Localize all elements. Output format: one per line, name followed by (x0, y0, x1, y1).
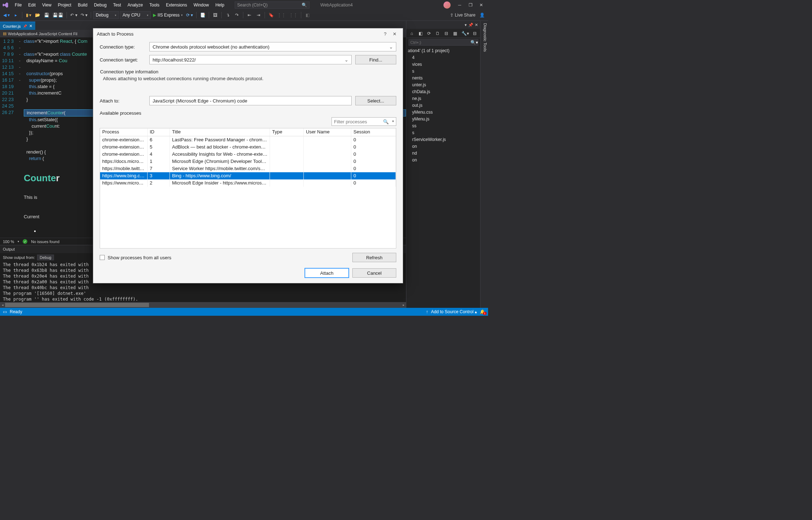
start-debug-button[interactable]: ▶ IIS Express ▾ (152, 11, 184, 19)
publish-icon[interactable]: ↑ (426, 309, 428, 314)
refresh-button[interactable]: Refresh (352, 253, 396, 262)
filter-processes-input[interactable]: Filter processes 🔍 ▼ (331, 117, 396, 126)
notifications-button[interactable]: 🔔1 (480, 309, 485, 314)
menu-tools[interactable]: Tools (146, 1, 163, 9)
menu-build[interactable]: Build (75, 1, 91, 9)
window-close-button[interactable]: ✕ (476, 1, 487, 9)
process-row[interactable]: https://mobile.twitter...7Service Worker… (100, 165, 396, 172)
process-row[interactable]: https://www.bing.co...3Bing - https://ww… (100, 172, 396, 179)
filter-dropdown-icon[interactable]: ▼ (392, 120, 394, 123)
menu-file[interactable]: File (12, 1, 25, 9)
se-home-button[interactable]: ⌂ (408, 29, 416, 37)
horizontal-scrollbar[interactable]: ◂ ▸ (0, 302, 406, 308)
menu-extensions[interactable]: Extensions (163, 1, 190, 9)
diagnostic-tools-tab[interactable]: Diagnostic Tools (480, 21, 488, 308)
menu-window[interactable]: Window (190, 1, 212, 9)
feedback-button[interactable]: 👤 (478, 11, 486, 19)
process-row[interactable]: https://docs.microso...1Microsoft Edge (… (100, 158, 396, 165)
connection-type-combo[interactable]: Chrome devtools protocol websocket (no a… (149, 42, 396, 51)
toggle-button[interactable]: ◧ (303, 11, 311, 19)
se-pin-icon[interactable]: 📌 (468, 23, 473, 27)
col-session[interactable]: Session (351, 128, 396, 136)
window-maximize-button[interactable]: ❐ (465, 1, 476, 9)
quick-launch-search[interactable]: Search (Ctrl+Q) 🔍 (235, 1, 310, 9)
indent-more-button[interactable]: ⇥ (254, 11, 262, 19)
col-type[interactable]: Type (270, 128, 304, 136)
window-minimize-button[interactable]: ─ (454, 1, 465, 9)
scroll-thumb[interactable] (5, 303, 149, 307)
comment-button[interactable]: ⋮⋮ (276, 11, 287, 19)
se-refresh-button[interactable]: ⟳ (425, 29, 433, 37)
redo-button[interactable]: ↷ ▾ (80, 11, 89, 19)
open-file-button[interactable]: 📂 (33, 11, 41, 19)
menu-debug[interactable]: Debug (91, 1, 110, 9)
col-title[interactable]: Title (170, 128, 270, 136)
process-row[interactable]: chrome-extension://...5AdBlock — best ad… (100, 143, 396, 151)
close-tab-icon[interactable]: ✕ (29, 24, 32, 28)
menu-help[interactable]: Help (212, 1, 227, 9)
dialog-close-button[interactable]: ✕ (390, 31, 399, 37)
process-row[interactable]: chrome-extension://...6LastPass: Free Pa… (100, 136, 396, 143)
menu-test[interactable]: Test (110, 1, 124, 9)
se-properties-button[interactable]: 🔧▾ (460, 29, 470, 37)
se-tool-2[interactable]: 🗋 (434, 29, 442, 37)
menu-project[interactable]: Project (55, 1, 75, 9)
attach-to-process-dialog: Attach to Process ? ✕ Connection type: C… (93, 28, 403, 283)
menu-view[interactable]: View (39, 1, 55, 9)
se-close-icon[interactable]: ✕ (475, 23, 478, 27)
app-title: WebApplication4 (320, 3, 353, 8)
cancel-button[interactable]: Cancel (352, 268, 396, 278)
search-icon: 🔍 (383, 119, 389, 124)
connection-target-input[interactable]: http://localhost:9222/ (149, 55, 352, 64)
undo-button[interactable]: ↶ ▾ (69, 11, 78, 19)
menu-edit[interactable]: Edit (25, 1, 39, 9)
live-share-button[interactable]: ⇪ Live Share (449, 11, 477, 19)
save-all-button[interactable]: 💾💾 (51, 11, 64, 19)
menu-analyze[interactable]: Analyze (124, 1, 146, 9)
output-from-label: Show output from: (3, 255, 35, 260)
col-process[interactable]: Process (100, 128, 148, 136)
find-button[interactable]: Find... (355, 55, 396, 64)
indent-less-button[interactable]: ⇤ (245, 11, 253, 19)
scroll-left-icon[interactable]: ◂ (0, 302, 5, 308)
se-dropdown-icon[interactable]: ▾ (465, 23, 467, 27)
source-control-button[interactable]: Add to Source Control ▴ (431, 309, 477, 314)
uncomment-button[interactable]: ⋮⋮ (288, 11, 299, 19)
process-row[interactable]: https://www.microso...2Microsoft Edge In… (100, 179, 396, 187)
square-icon: ▭ (3, 309, 7, 314)
pin-icon[interactable]: 📌 (23, 24, 27, 28)
browser-refresh-button[interactable]: ⟳ ▾ (185, 11, 194, 19)
script-debug-button[interactable]: 🖼 (211, 11, 219, 19)
scroll-right-icon[interactable]: ▸ (401, 302, 406, 308)
zoom-level[interactable]: 100 % (3, 240, 14, 244)
search-icon[interactable]: 🔍▾ (470, 40, 478, 45)
process-grid[interactable]: Process ID Title Type User Name Session … (100, 128, 396, 248)
step-over-button[interactable]: ↷ (233, 11, 241, 19)
step-into-button[interactable]: ↴ (224, 11, 232, 19)
nav-forward-button[interactable]: ▸ (12, 11, 20, 19)
browser-link-button[interactable]: 📑 (199, 11, 207, 19)
platform-combo[interactable]: Any CPU (120, 11, 150, 19)
attach-button[interactable]: Attach (305, 268, 349, 278)
col-id[interactable]: ID (148, 128, 170, 136)
configuration-combo[interactable]: Debug (93, 11, 119, 19)
output-source-combo[interactable]: Debug (37, 255, 54, 260)
col-username[interactable]: User Name (304, 128, 351, 136)
new-project-button[interactable]: ▮+ ▾ (24, 11, 32, 19)
select-button[interactable]: Select... (355, 96, 396, 105)
nav-back-button[interactable]: ◀ ▾ (2, 11, 11, 19)
solution-search-input[interactable] (409, 39, 478, 46)
se-tool-1[interactable]: ◧ (416, 29, 424, 37)
attach-to-field: JavaScript (Microsoft Edge - Chromium) c… (149, 96, 352, 105)
se-collapse-button[interactable]: ⊟ (442, 29, 450, 37)
user-avatar[interactable] (443, 1, 451, 9)
show-all-users-checkbox[interactable] (100, 255, 105, 260)
connection-type-label: Connection type: (100, 44, 146, 50)
se-showfiles-button[interactable]: ▦ (451, 29, 459, 37)
process-row[interactable]: chrome-extension://...4Accessibility Ins… (100, 151, 396, 158)
tab-counter-js[interactable]: Counter.js 📌 ✕ (0, 22, 35, 30)
help-button[interactable]: ? (380, 31, 390, 37)
save-button[interactable]: 💾 (42, 11, 50, 19)
bookmark-button[interactable]: 🔖 (267, 11, 275, 19)
se-preview-button[interactable]: ⊟ (471, 29, 479, 37)
